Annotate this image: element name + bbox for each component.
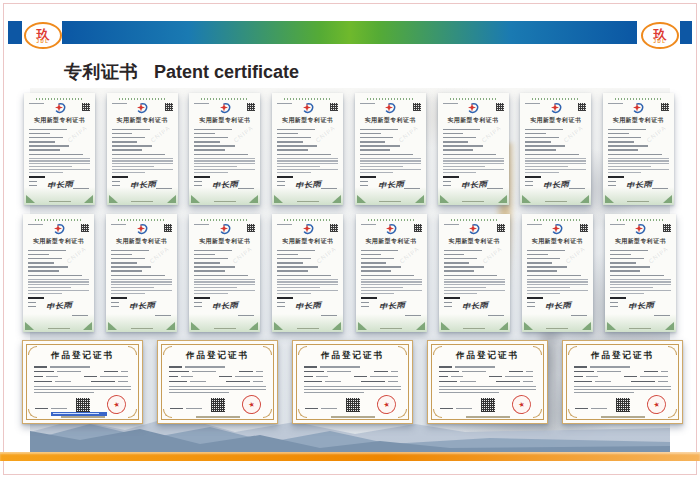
certificate-paragraph-2 — [194, 169, 255, 173]
certificate-footer-line — [463, 328, 485, 329]
certificate-footer-line — [546, 328, 568, 329]
registration-date-line — [440, 408, 475, 410]
patent-certificate-title: 实用新型专利证书 — [29, 116, 90, 125]
copyright-registration-certificate: 作品登记证书 ★ — [157, 340, 278, 424]
page-title: 专利证书Patent certificate — [64, 60, 299, 84]
certificate-number-line — [610, 224, 625, 225]
green-scroll-border — [118, 98, 167, 100]
cnipa-emblem-icon — [302, 223, 314, 235]
gold-corner-flourish-icon — [298, 409, 307, 418]
commissioner-signature: 申长雨 — [460, 179, 487, 191]
cnipa-emblem-icon — [53, 223, 65, 235]
green-scroll-border — [200, 219, 249, 221]
gold-border-frame: 作品登记证书 ★ — [566, 344, 679, 420]
certificate-paragraph — [360, 158, 421, 167]
green-corner-ornament-icon — [166, 321, 175, 330]
issue-date-line — [321, 315, 337, 316]
qr-code — [81, 224, 89, 232]
copyright-certificate-title: 作品登记证书 — [439, 350, 536, 362]
redacted-bar — [29, 176, 45, 178]
certificate-footer-line — [196, 416, 240, 417]
registration-fields — [304, 366, 401, 382]
redacted-bar — [361, 297, 377, 299]
green-corner-ornament-icon — [25, 321, 34, 330]
commissioner-signature: 申长雨 — [46, 300, 73, 312]
commissioner-signature: 申长雨 — [544, 300, 571, 312]
cnipa-emblem-icon — [384, 102, 396, 114]
green-scroll-border — [283, 219, 332, 221]
patent-certificate-title: 实用新型专利证书 — [444, 237, 505, 246]
gold-border-frame: 作品登记证书 ★ — [161, 344, 274, 420]
certificate-number-line — [28, 224, 43, 225]
cnipa-emblem-icon — [634, 223, 646, 235]
gold-corner-flourish-icon — [163, 346, 172, 355]
redacted-bar — [525, 176, 541, 178]
qr-code — [330, 224, 338, 232]
green-corner-ornament-icon — [332, 194, 341, 203]
certificate-paragraph-2 — [277, 290, 338, 294]
footer-orange-bar — [0, 452, 700, 461]
commissioner-signature: 申长雨 — [212, 300, 239, 312]
green-scroll-border — [531, 98, 580, 100]
certificate-footer-line — [627, 201, 649, 202]
qr-code — [247, 103, 255, 111]
certificate-number-line — [112, 103, 127, 104]
certificate-footer-line — [466, 416, 510, 417]
green-corner-ornament-icon — [580, 194, 589, 203]
presentation-slide: 玖 JDL 玖 JDL 专利证书Patent certificate 实用新型专… — [0, 0, 700, 478]
commissioner-signature: 申长雨 — [377, 179, 404, 191]
cnipa-emblem-icon — [219, 223, 231, 235]
redacted-bar — [360, 176, 376, 178]
qr-code — [497, 224, 505, 232]
patent-certificate: 实用新型专利证书 CNIPA 申长雨 — [603, 93, 674, 205]
certificate-number-line — [608, 103, 623, 104]
certificate-paragraph-2 — [525, 169, 586, 173]
patent-certificate-title: 实用新型专利证书 — [610, 237, 671, 246]
commissioner-signature: 申长雨 — [212, 179, 239, 191]
certificate-footer-line — [48, 328, 70, 329]
red-seal-icon: ★ — [240, 393, 263, 416]
qr-code — [211, 398, 225, 412]
green-corner-ornament-icon — [274, 194, 283, 203]
certificate-paragraph — [111, 279, 172, 288]
certificate-paragraph-2 — [444, 290, 505, 294]
gold-corner-flourish-icon — [433, 409, 442, 418]
gold-corner-flourish-icon — [263, 409, 272, 418]
gold-border-frame: 作品登记证书 ★ — [296, 344, 409, 420]
copyright-certificate-title: 作品登记证书 — [304, 350, 401, 362]
green-corner-ornament-icon — [332, 321, 341, 330]
qr-code — [165, 103, 173, 111]
page-title-english: Patent certificate — [154, 62, 299, 82]
gold-corner-flourish-icon — [668, 346, 677, 355]
certificate-footer-line — [545, 201, 567, 202]
green-scroll-border — [533, 219, 582, 221]
commissioner-signature: 申长雨 — [626, 179, 653, 191]
gold-corner-flourish-icon — [433, 346, 442, 355]
certificate-number-line — [194, 224, 209, 225]
certificate-footer-line — [214, 328, 236, 329]
red-seal-icon: ★ — [510, 393, 533, 416]
green-scroll-border — [34, 219, 83, 221]
redacted-bar — [444, 297, 460, 299]
registration-fields — [574, 366, 671, 382]
patent-certificate: 实用新型专利证书 CNIPA 申长雨 — [106, 214, 177, 332]
registration-statement — [439, 386, 536, 394]
gold-corner-flourish-icon — [28, 346, 37, 355]
commissioner-signature: 申长雨 — [543, 179, 570, 191]
redacted-bar — [111, 297, 127, 299]
issue-date-line — [238, 315, 254, 316]
patent-certificate-title: 实用新型专利证书 — [360, 116, 421, 125]
registration-date-line — [305, 408, 340, 410]
certificate-number-line — [525, 103, 540, 104]
certificate-paragraph — [194, 158, 255, 167]
gold-corner-flourish-icon — [128, 346, 137, 355]
certificate-footer-line — [629, 328, 651, 329]
redacted-bar — [194, 176, 210, 178]
copyright-certificate-title: 作品登记证书 — [169, 350, 266, 362]
certificate-paragraph-2 — [610, 290, 671, 294]
copyright-certificate-title: 作品登记证书 — [574, 350, 671, 362]
green-corner-ornament-icon — [83, 321, 92, 330]
qr-code — [496, 103, 504, 111]
green-corner-ornament-icon — [108, 321, 117, 330]
qr-code — [164, 224, 172, 232]
